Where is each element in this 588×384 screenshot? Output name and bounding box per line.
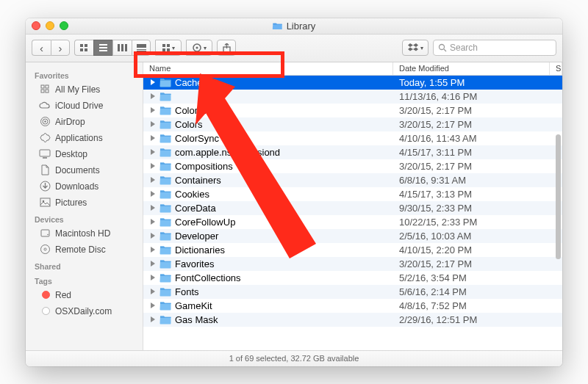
disclosure-triangle-icon[interactable] bbox=[151, 107, 155, 113]
sidebar-item-remote-disc[interactable]: Remote Disc bbox=[26, 242, 143, 258]
sidebar-item-all-my-files[interactable]: All My Files bbox=[26, 81, 143, 98]
scrollbar[interactable] bbox=[556, 134, 561, 259]
table-row[interactable]: Favorites3/20/15, 2:17 PM bbox=[143, 257, 562, 271]
hd-icon bbox=[39, 228, 51, 239]
search-placeholder: Search bbox=[450, 43, 478, 53]
cell-date: 4/10/15, 2:20 PM bbox=[393, 244, 562, 256]
disclosure-triangle-icon[interactable] bbox=[151, 135, 155, 141]
cell-name: Favorites bbox=[143, 258, 393, 269]
sidebar-item-label: Remote Disc bbox=[55, 244, 106, 255]
view-coverflow-button[interactable] bbox=[132, 40, 151, 56]
svg-rect-1 bbox=[85, 44, 87, 47]
disclosure-triangle-icon[interactable] bbox=[151, 93, 155, 99]
maximize-button[interactable] bbox=[60, 21, 68, 30]
sidebar-item-osxdaily-com[interactable]: OSXDaily.com bbox=[26, 303, 143, 319]
disclosure-triangle-icon[interactable] bbox=[151, 233, 155, 239]
svg-rect-11 bbox=[137, 49, 146, 50]
view-column-button[interactable] bbox=[112, 40, 132, 56]
disclosure-triangle-icon[interactable] bbox=[151, 163, 155, 169]
sidebar-item-applications[interactable]: Applications bbox=[26, 130, 143, 146]
cell-name: Caches bbox=[143, 77, 393, 88]
column-header-date[interactable]: Date Modified bbox=[393, 62, 550, 75]
disclosure-triangle-icon[interactable] bbox=[151, 205, 155, 211]
cell-name: Developer bbox=[143, 231, 393, 242]
disclosure-triangle-icon[interactable] bbox=[151, 289, 155, 294]
table-row[interactable]: ColorSync4/10/16, 11:43 AM bbox=[143, 131, 562, 145]
cell-date: 5/2/16, 3:54 PM bbox=[393, 272, 562, 283]
table-row[interactable]: Compositions3/20/15, 2:17 PM bbox=[143, 159, 562, 173]
sidebar-item-pictures[interactable]: Pictures bbox=[26, 195, 143, 211]
disclosure-triangle-icon[interactable] bbox=[151, 191, 155, 197]
dropbox-button[interactable]: ▾ bbox=[402, 40, 429, 56]
folder-icon bbox=[159, 77, 172, 87]
cell-name: com.apple.nsurlsessiond bbox=[143, 147, 393, 158]
sidebar-item-airdrop[interactable]: AirDrop bbox=[26, 114, 143, 130]
sidebar-item-downloads[interactable]: Downloads bbox=[26, 178, 143, 195]
cell-date: 5/6/16, 2:14 PM bbox=[393, 286, 562, 297]
sidebar-item-label: OSXDaily.com bbox=[55, 306, 112, 316]
table-row[interactable]: GameKit4/8/16, 7:52 PM bbox=[143, 299, 562, 313]
cell-date: 11/13/16, 4:16 PM bbox=[393, 91, 562, 102]
minimize-button[interactable] bbox=[46, 21, 54, 30]
table-row[interactable]: CoreFollowUp10/22/15, 2:33 PM bbox=[143, 215, 562, 229]
cell-date: 4/10/16, 11:43 AM bbox=[393, 133, 562, 144]
table-row[interactable]: FontCollections5/2/16, 3:54 PM bbox=[143, 271, 562, 285]
close-button[interactable] bbox=[32, 21, 40, 30]
view-icon-button[interactable] bbox=[74, 40, 93, 56]
folder-icon bbox=[159, 175, 172, 185]
share-button[interactable] bbox=[217, 40, 236, 56]
disclosure-triangle-icon[interactable] bbox=[151, 79, 155, 85]
sidebar-item-icloud-drive[interactable]: iCloud Drive bbox=[26, 98, 143, 114]
table-row[interactable]: CachesToday, 1:55 PM bbox=[143, 76, 562, 90]
disclosure-triangle-icon[interactable] bbox=[151, 303, 155, 308]
table-row[interactable]: Gas Mask2/29/16, 12:51 PM bbox=[143, 313, 562, 327]
back-button[interactable]: ‹ bbox=[32, 40, 51, 56]
titlebar[interactable]: Library bbox=[26, 18, 562, 35]
disclosure-triangle-icon[interactable] bbox=[151, 261, 155, 267]
sidebar-item-label: Desktop bbox=[55, 149, 87, 159]
table-row[interactable]: CoreData9/30/15, 2:33 PM bbox=[143, 201, 562, 215]
table-row[interactable]: Dictionaries4/10/15, 2:20 PM bbox=[143, 243, 562, 257]
file-name: CoreFollowUp bbox=[175, 217, 235, 228]
svg-line-21 bbox=[444, 49, 446, 51]
pictures-icon bbox=[39, 197, 51, 209]
disclosure-triangle-icon[interactable] bbox=[151, 149, 155, 155]
sidebar-item-macintosh-hd[interactable]: Macintosh HD bbox=[26, 225, 143, 242]
column-header-sort[interactable]: S bbox=[550, 62, 562, 75]
cell-name: Containers bbox=[143, 175, 393, 186]
table-row[interactable]: 11/13/16, 4:16 PM bbox=[143, 90, 562, 104]
column-header-name[interactable]: Name bbox=[143, 62, 393, 75]
table-row[interactable]: Cookies4/15/17, 3:13 PM bbox=[143, 187, 562, 201]
disclosure-triangle-icon[interactable] bbox=[151, 247, 155, 253]
svg-rect-32 bbox=[40, 198, 50, 206]
arrange-button[interactable]: ▾ bbox=[155, 40, 182, 56]
disclosure-triangle-icon[interactable] bbox=[151, 219, 155, 225]
cell-date: 3/20/15, 2:17 PM bbox=[393, 258, 562, 269]
file-name: CoreData bbox=[175, 203, 216, 214]
file-list[interactable]: CachesToday, 1:55 PM11/13/16, 4:16 PMCol… bbox=[143, 76, 562, 350]
disclosure-triangle-icon[interactable] bbox=[151, 177, 155, 183]
search-input[interactable]: Search bbox=[433, 40, 556, 56]
disclosure-triangle-icon[interactable] bbox=[151, 275, 155, 280]
airdrop-icon bbox=[39, 116, 51, 128]
forward-button[interactable]: › bbox=[51, 40, 70, 56]
table-row[interactable]: Containers6/8/16, 9:31 AM bbox=[143, 173, 562, 187]
sidebar-item-red[interactable]: Red bbox=[26, 287, 143, 303]
folder-icon bbox=[159, 189, 172, 199]
file-name: Compositions bbox=[175, 161, 233, 172]
table-row[interactable]: Developer2/5/16, 10:03 AM bbox=[143, 229, 562, 243]
table-row[interactable]: Fonts5/6/16, 2:14 PM bbox=[143, 285, 562, 299]
svg-rect-3 bbox=[85, 48, 87, 51]
folder-icon bbox=[159, 244, 172, 255]
action-button[interactable]: ▾ bbox=[186, 40, 212, 56]
table-row[interactable]: com.apple.nsurlsessiond4/15/17, 3:11 PM bbox=[143, 145, 562, 159]
disclosure-triangle-icon[interactable] bbox=[151, 121, 155, 127]
cell-date: 2/29/16, 12:51 PM bbox=[393, 314, 562, 325]
sidebar-item-documents[interactable]: Documents bbox=[26, 162, 143, 178]
sidebar-item-desktop[interactable]: Desktop bbox=[26, 146, 143, 162]
table-row[interactable]: ColorPick3/20/15, 2:17 PM bbox=[143, 104, 562, 117]
table-row[interactable]: Colors3/20/15, 2:17 PM bbox=[143, 117, 562, 131]
disclosure-triangle-icon[interactable] bbox=[151, 316, 155, 322]
svg-rect-23 bbox=[46, 85, 49, 88]
view-list-button[interactable] bbox=[93, 40, 112, 56]
